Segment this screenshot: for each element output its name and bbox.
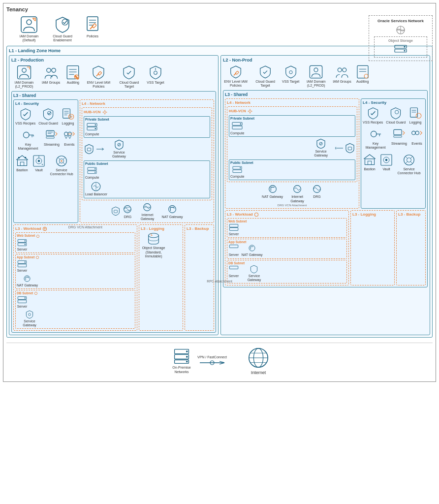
service-gw-db-nonprod-icon: Service Gateway [241, 265, 267, 283]
streaming-nonprod-icon: Streaming [391, 127, 407, 150]
svg-rect-3 [87, 17, 98, 31]
svg-point-137 [254, 213, 258, 216]
vault-nonprod-icon: Vault [379, 153, 393, 176]
svg-point-84 [36, 256, 39, 259]
svg-point-89 [34, 292, 37, 295]
internet-icon: Internet [247, 346, 270, 376]
server-db-nonprod-icon: Server [228, 265, 239, 278]
svg-line-54 [42, 164, 43, 165]
nat-gw-nonprod-icon: NAT Gateway [262, 184, 283, 203]
svg-rect-113 [233, 170, 242, 173]
svg-point-52 [38, 160, 40, 162]
svg-point-100 [343, 68, 346, 72]
svg-point-129 [415, 131, 419, 134]
svg-rect-49 [25, 157, 26, 158]
svg-rect-111 [348, 147, 351, 150]
streaming-prod-icon: Streaming [44, 128, 60, 151]
internet-gw-nonprod-icon: Internet Gateway [284, 184, 310, 203]
svg-rect-140 [229, 245, 238, 248]
cloud-guard-nonprod-icon: Cloud Guard [386, 106, 406, 125]
l2-prod-label: L2 - Production [11, 58, 216, 63]
compute-private-nonprod-icon: Compute [230, 121, 244, 135]
tenancy-label: Tenancy [6, 6, 433, 12]
server-web-prod-icon: Server [17, 238, 28, 252]
cloud-guard-icon: Cloud Guard Enablement [50, 15, 75, 43]
svg-rect-131 [368, 161, 371, 164]
svg-point-60 [95, 124, 96, 126]
svg-rect-40 [46, 136, 54, 138]
bastion-nonprod-icon: Bastion [363, 153, 376, 176]
svg-rect-138 [229, 224, 238, 227]
service-connector-nonprod-icon: Service Connector Hub [396, 153, 422, 176]
svg-point-114 [240, 167, 241, 168]
svg-point-115 [269, 186, 276, 193]
svg-point-148 [186, 361, 188, 363]
svg-rect-28 [63, 109, 70, 118]
bastion-prod-icon: Bastion [15, 154, 29, 177]
server-db-prod-icon: Server [17, 295, 28, 309]
iam-domain-prod-icon: IAM Domain (L2_PROD) [11, 64, 37, 89]
svg-point-141 [249, 245, 255, 251]
compute-public-nonprod-icon: Compute [230, 165, 244, 179]
svg-rect-91 [18, 300, 26, 303]
svg-point-79 [37, 235, 39, 237]
vss-recipes-icon: VSS Recipes [15, 107, 35, 126]
svg-rect-71 [114, 210, 118, 213]
svg-point-96 [289, 70, 292, 73]
l1-label: L1 - Landing Zone Home [9, 48, 430, 53]
svg-point-93 [29, 313, 31, 315]
svg-rect-127 [394, 135, 402, 137]
svg-rect-47 [20, 162, 24, 165]
svg-rect-139 [229, 227, 238, 230]
svg-point-134 [385, 159, 387, 161]
load-balancer-icon: Load Balancer [85, 181, 107, 196]
svg-rect-62 [87, 148, 91, 151]
svg-rect-39 [46, 130, 54, 135]
svg-rect-86 [18, 264, 26, 267]
key-mgmt-nonprod-icon: Key Management [363, 127, 388, 150]
events-prod-icon: Events [63, 128, 76, 151]
env-iam-prod-icon: ENV Level IAM Policies [86, 64, 111, 89]
iam-groups-prod-icon: IAM Groups [42, 64, 60, 85]
cloud-guard-l4-icon: Cloud Guard [38, 107, 58, 126]
nat-gw-app-nonprod-icon: NAT Gateway [241, 244, 262, 257]
server-app-prod-icon: Server [17, 259, 28, 273]
object-storage-logging-icon: Object Storage (Standard, Immutable) [141, 232, 166, 258]
vss-target-nonprod-icon: VSS Target [282, 64, 299, 84]
svg-point-94 [149, 233, 159, 238]
svg-rect-7 [92, 24, 96, 28]
auditing-nonprod-icon: Auditing [355, 64, 370, 84]
svg-point-122 [416, 113, 421, 118]
svg-point-108 [240, 123, 242, 125]
key-management-icon: Key Management [15, 128, 41, 151]
policies-icon: Policies [83, 15, 102, 38]
svg-rect-48 [18, 157, 20, 158]
svg-point-147 [186, 356, 188, 358]
svg-point-92 [25, 298, 26, 299]
svg-point-1 [27, 20, 31, 25]
svg-point-17 [46, 68, 50, 72]
on-premise-icon: On-Premise Networks [169, 347, 194, 374]
svg-point-118 [395, 110, 399, 114]
svg-rect-107 [232, 126, 242, 129]
drg-nonprod-icon: DRG [312, 184, 322, 203]
vss-target-prod-icon: VSS Target [147, 64, 164, 85]
cloud-guard-target-nonprod-icon: Cloud Guard Target [252, 64, 278, 88]
oracle-network-label: Oracle Services Network [374, 19, 427, 23]
svg-point-99 [338, 68, 342, 72]
svg-rect-119 [410, 108, 418, 117]
compute-private-prod-icon: Compute [85, 122, 99, 136]
svg-rect-46 [17, 160, 27, 166]
drg-vcn-attachment-prod-label: DRG VCN Attachment [68, 225, 102, 229]
env-iam-nonprod-icon: ENV Level IAM Policies [223, 64, 249, 88]
svg-point-67 [94, 168, 95, 169]
svg-point-128 [412, 131, 415, 134]
svg-point-105 [249, 110, 251, 112]
svg-point-135 [404, 155, 414, 165]
service-gw-db-prod-icon: Service Gateway [17, 310, 42, 328]
svg-rect-126 [394, 129, 402, 134]
svg-point-16 [22, 68, 26, 72]
svg-rect-142 [229, 266, 238, 269]
svg-point-123 [371, 131, 377, 137]
service-connector-prod-icon: Service Connector Hub [49, 154, 74, 177]
